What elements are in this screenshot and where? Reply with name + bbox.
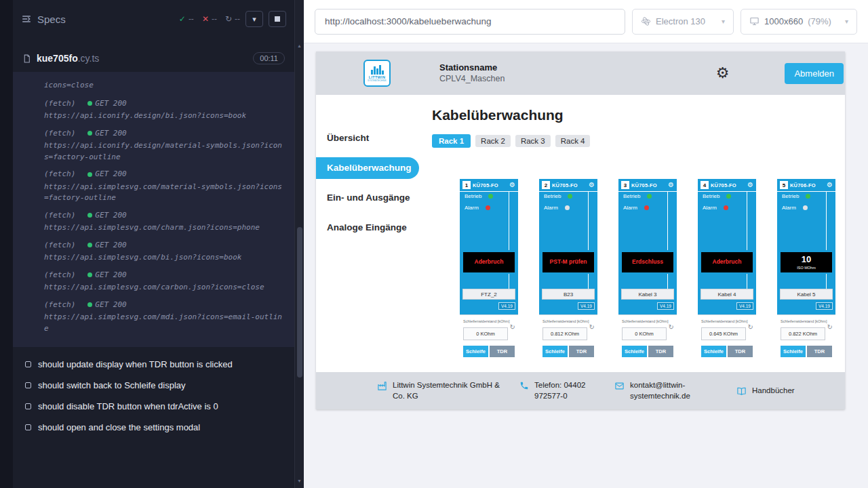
fetch-log-entry[interactable]: (fetch) GET 200 https://api.simplesvg.co… — [44, 210, 282, 234]
test-item[interactable]: should disable TDR button when tdrActive… — [13, 396, 294, 417]
specs-label[interactable]: Specs — [37, 14, 66, 25]
stop-button[interactable] — [269, 11, 286, 27]
viewport-select[interactable]: 1000x660 (79%) ▾ — [741, 9, 857, 35]
fetch-log-entry[interactable]: (fetch) GET 200 https://api.simplesvg.co… — [44, 240, 282, 264]
test-item[interactable]: should update display when TDR button is… — [13, 354, 294, 375]
tab-rack-3[interactable]: Rack 3 — [515, 135, 551, 147]
spec-file-row[interactable]: kue705fo.cy.ts 00:11 — [13, 45, 294, 72]
device-settings-gear-icon[interactable]: ⚙ — [589, 182, 595, 188]
fetch-log-entry[interactable]: (fetch) GET 200 https://api.simplesvg.co… — [44, 169, 282, 204]
schleife-button[interactable]: Schleife — [542, 346, 568, 357]
status-dot-icon — [87, 272, 92, 277]
measurement-value: 0 KOhm — [622, 327, 667, 340]
schleife-button[interactable]: Schleife — [463, 346, 488, 357]
fetch-log-entry[interactable]: (fetch) GET 200 https://api.simplesvg.co… — [44, 300, 282, 335]
device-card: 3 KÜ705-FO ⚙ Betrieb — [618, 179, 677, 382]
alarm-led-icon — [486, 205, 490, 210]
fetch-url: https://api.simplesvg.com/bi.json?icons=… — [44, 252, 282, 264]
firmware-version: V4.19 — [816, 302, 833, 310]
alarm-led-icon — [803, 205, 808, 210]
reporter-scrollbar[interactable]: ▲ ▼ — [294, 0, 304, 488]
scroll-down-icon[interactable]: ▼ — [295, 476, 304, 485]
fetch-log-head: (fetch) GET 200 — [44, 98, 282, 110]
tab-rack-1[interactable]: Rack 1 — [432, 134, 471, 148]
browser-select[interactable]: Electron 130 ▾ — [632, 9, 734, 35]
fetch-log-entry[interactable]: (fetch) GET 200 https://api.simplesvg.co… — [44, 270, 282, 293]
nav-item-uebersicht[interactable]: Übersicht — [316, 127, 419, 149]
device-card: 5 KÜ706-FO ⚙ Betrieb — [777, 179, 835, 382]
footer-phone[interactable]: Telefon: 04402 972577-0 — [519, 380, 605, 401]
tab-rack-4[interactable]: Rack 4 — [555, 135, 591, 147]
check-icon: ✓ — [179, 14, 186, 24]
tdr-button[interactable]: TDR — [648, 346, 673, 357]
tab-rack-2[interactable]: Rack 2 — [475, 135, 511, 147]
test-item[interactable]: should switch back to Schleife display — [13, 375, 294, 396]
collapse-button[interactable]: ▾ — [245, 11, 263, 27]
schleife-button[interactable]: Schleife — [701, 346, 726, 357]
alarm-row: Alarm — [777, 203, 835, 211]
refresh-icon[interactable]: ↻ — [589, 324, 595, 331]
app-content: Kabelüberwachung Rack 1 Rack 2 Rack 3 Ra… — [419, 95, 845, 409]
monitor-icon — [749, 16, 760, 26]
test-state-icon — [25, 424, 31, 430]
pending-stat: ↻-- — [225, 14, 240, 24]
device-settings-gear-icon[interactable]: ⚙ — [509, 182, 515, 188]
refresh-icon[interactable]: ↻ — [510, 324, 515, 331]
specs-menu-icon[interactable] — [21, 14, 32, 24]
cypress-collapsed-sidebar[interactable] — [0, 0, 13, 488]
log-line-partial[interactable]: icons=close — [44, 80, 282, 92]
fetch-url: https://api.iconify.design/material-symb… — [44, 140, 282, 163]
nav-item-analoge-eingaenge[interactable]: Analoge Eingänge — [316, 217, 419, 239]
logout-button[interactable]: Abmelden — [785, 63, 844, 84]
passed-stat: ✓-- — [179, 14, 194, 24]
betrieb-led-icon — [647, 194, 652, 199]
tdr-button[interactable]: TDR — [490, 346, 515, 357]
alarm-row: Alarm — [698, 203, 756, 211]
tdr-button[interactable]: TDR — [728, 346, 753, 357]
scroll-up-icon[interactable]: ▲ — [295, 41, 304, 50]
refresh-icon[interactable]: ↻ — [748, 324, 753, 331]
device-model: KÜ705-FO — [552, 182, 587, 188]
alarm-row: Alarm — [460, 203, 518, 211]
nav-item-kabelueberwachung[interactable]: Kabelüberwachung — [316, 157, 419, 179]
refresh-icon[interactable]: ↻ — [669, 324, 674, 331]
fetch-log-head: (fetch) GET 200 — [44, 240, 282, 251]
device-body: Betrieb Alarm 10 ISO MOhm — [777, 192, 835, 382]
fetch-log-entry[interactable]: (fetch) GET 200 https://api.iconify.desi… — [44, 128, 282, 163]
betrieb-row: Betrieb — [618, 192, 677, 200]
refresh-icon[interactable]: ↻ — [827, 324, 833, 331]
schematic-line — [509, 192, 509, 250]
footer-manuals[interactable]: Handbücher — [736, 386, 795, 396]
tdr-button[interactable]: TDR — [807, 346, 832, 357]
test-item[interactable]: should open and close the settings modal — [13, 417, 294, 438]
device-number: 2 — [542, 181, 550, 189]
nav-item-ein-und-ausgaenge[interactable]: Ein- und Ausgänge — [316, 187, 419, 209]
device-number: 5 — [780, 181, 788, 189]
browser-bar: http://localhost:3000/kabelueberwachung … — [304, 0, 868, 43]
device-header: 4 KÜ705-FO ⚙ — [698, 179, 756, 192]
station-label: Stationsname — [439, 62, 505, 74]
device-settings-gear-icon[interactable]: ⚙ — [827, 182, 833, 188]
http-status: GET 200 — [95, 210, 126, 222]
tdr-button[interactable]: TDR — [569, 346, 594, 357]
betrieb-led-icon — [806, 194, 810, 199]
device-settings-gear-icon[interactable]: ⚙ — [668, 182, 674, 188]
test-state-icon — [25, 361, 31, 367]
footer-email[interactable]: kontakt@littwin-systemtechnik.de — [614, 380, 719, 401]
fetch-log-entry[interactable]: (fetch) GET 200 https://api.iconify.desi… — [44, 98, 282, 122]
scrollbar-thumb[interactable] — [297, 227, 302, 378]
schleife-button[interactable]: Schleife — [622, 346, 647, 357]
electron-icon — [641, 16, 651, 26]
device-settings-gear-icon[interactable]: ⚙ — [747, 182, 753, 188]
device-body: Betrieb Alarm PST-M prüfen — [539, 192, 597, 382]
app-footer: Littwin Systemtechnik GmbH & Co. KG Tele… — [316, 372, 845, 409]
status-text: PST-M prüfen — [550, 259, 587, 265]
device-status-display: PST-M prüfen — [542, 252, 594, 272]
device-status-display: Aderbruch — [463, 252, 515, 272]
settings-gear-icon[interactable]: ⚙ — [716, 66, 730, 81]
spec-timer: 00:11 — [253, 52, 285, 64]
schleife-button[interactable]: Schleife — [781, 346, 806, 357]
url-input[interactable]: http://localhost:3000/kabelueberwachung — [315, 9, 625, 35]
device-status-display: 10 ISO MOhm — [781, 252, 832, 272]
cypress-reporter-panel: Specs ✓-- ✕-- ↻-- ▾ kue705fo.cy.ts 00:11… — [0, 0, 304, 488]
